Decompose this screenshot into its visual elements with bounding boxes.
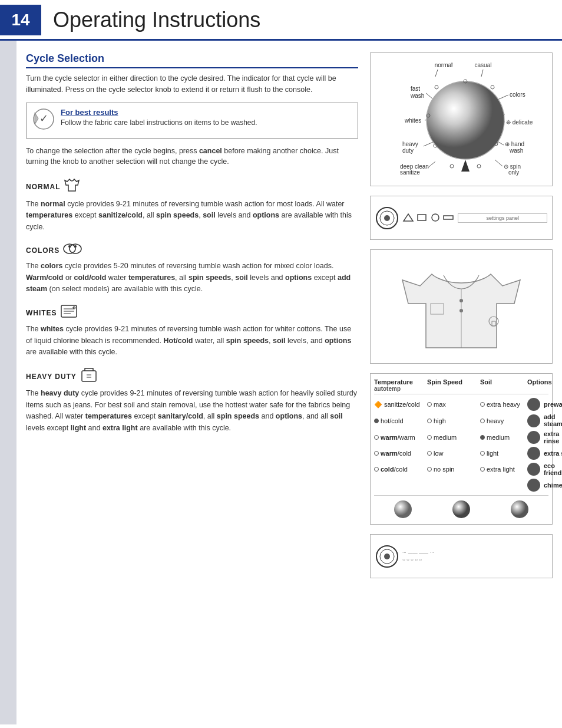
radio-warm-cold bbox=[374, 451, 379, 456]
extra-spin-btn bbox=[527, 447, 540, 460]
svg-text:wash: wash bbox=[509, 147, 523, 154]
svg-point-5 bbox=[68, 245, 71, 248]
washer-mini-icon-1 bbox=[375, 206, 399, 230]
symbol-rect bbox=[442, 213, 454, 222]
right-column: normal ↑ casual fast wash colors whites bbox=[370, 52, 553, 713]
cycle-text-whites: The whites cycle provides 9-21 minutes o… bbox=[26, 324, 358, 358]
content-wrapper: Cycle Selection Turn the cycle selector … bbox=[0, 41, 562, 724]
svg-text:⊕ hand: ⊕ hand bbox=[505, 141, 524, 147]
change-text: To change the selection after the cycle … bbox=[26, 146, 358, 168]
radio-low bbox=[427, 451, 432, 456]
symbol-circle bbox=[429, 213, 441, 222]
cycle-label-normal: NORMAL bbox=[26, 183, 60, 191]
washer-mini-icon-2 bbox=[375, 545, 399, 568]
intro-text: Turn the cycle selector in either direct… bbox=[26, 73, 358, 95]
cycle-icon-colors bbox=[63, 242, 82, 258]
svg-text:fast: fast bbox=[411, 85, 420, 92]
main-content: Cycle Selection Turn the cycle selector … bbox=[16, 41, 562, 724]
radio-max bbox=[427, 402, 432, 407]
page-number: 14 bbox=[0, 5, 41, 35]
cycle-text-heavy-duty: The heavy duty cycle provides 9-21 minut… bbox=[26, 388, 358, 434]
svg-point-56 bbox=[384, 554, 390, 559]
col-spin: Spin Speed bbox=[427, 378, 480, 392]
cycle-label-whites: WHITES bbox=[26, 309, 57, 317]
cycle-icon-normal bbox=[64, 177, 80, 196]
shirt-svg bbox=[391, 256, 532, 357]
svg-text:casual: casual bbox=[475, 62, 492, 68]
cycle-section-colors: COLORS The colors cycle provides 5-20 mi… bbox=[26, 242, 358, 295]
best-results-text: Follow the fabric care label instruction… bbox=[61, 118, 257, 127]
svg-text:normal: normal bbox=[435, 62, 453, 68]
svg-point-53 bbox=[511, 500, 528, 518]
extra-rinse-btn bbox=[527, 431, 540, 444]
radio-extra-heavy bbox=[480, 402, 485, 407]
chime-btn bbox=[527, 479, 540, 492]
prewash-btn bbox=[527, 398, 540, 411]
svg-point-36 bbox=[435, 85, 438, 89]
svg-point-52 bbox=[452, 500, 470, 518]
svg-rect-42 bbox=[418, 215, 426, 220]
symbol-square bbox=[416, 213, 428, 222]
svg-text:✓: ✓ bbox=[39, 113, 48, 124]
best-results-icon: ✓ bbox=[32, 108, 55, 133]
cycle-section-normal: NORMAL The normal cycle provides 9-21 mi… bbox=[26, 177, 358, 233]
radio-warm-warm bbox=[374, 435, 379, 440]
svg-text:whites: whites bbox=[404, 117, 421, 124]
svg-point-6 bbox=[74, 245, 77, 248]
svg-marker-37 bbox=[461, 160, 470, 172]
cycle-heading-normal: NORMAL bbox=[26, 177, 358, 196]
radio-medium-soil bbox=[480, 435, 485, 440]
svg-point-33 bbox=[450, 164, 454, 168]
svg-text:sanitize: sanitize bbox=[400, 169, 420, 176]
svg-text:+: + bbox=[72, 305, 75, 310]
svg-text:heavy: heavy bbox=[402, 141, 418, 147]
page-title: Operating Instructions bbox=[41, 8, 260, 32]
eco-friendly-btn bbox=[527, 463, 540, 476]
svg-point-51 bbox=[394, 500, 412, 518]
dial-diagram-box: normal ↑ casual fast wash colors whites bbox=[370, 52, 553, 186]
svg-text:only: only bbox=[508, 169, 519, 176]
left-column: Cycle Selection Turn the cycle selector … bbox=[26, 52, 358, 713]
cycle-icon-heavy-duty bbox=[80, 367, 98, 386]
cycle-section-heavy-duty: HEAVY DUTY The heavy duty cycle provides… bbox=[26, 367, 358, 434]
symbol-triangle bbox=[402, 213, 414, 222]
cycle-label-colors: COLORS bbox=[26, 246, 59, 255]
svg-text:wash: wash bbox=[410, 93, 424, 99]
cycle-icon-whites: + bbox=[60, 304, 78, 321]
col-options: Options bbox=[527, 378, 562, 392]
washer-panel-2: ··· —— —— ··· ○ ○ ○ ○ ○ bbox=[370, 534, 553, 578]
shirt-diagram bbox=[374, 253, 548, 360]
radio-light bbox=[480, 451, 485, 456]
radio-medium bbox=[427, 435, 432, 440]
shirt-diagram-box bbox=[370, 249, 553, 364]
col-temp: Temperature autotemp bbox=[374, 378, 427, 392]
radio-hot-cold bbox=[374, 419, 379, 423]
ball-icon-1 bbox=[393, 499, 413, 519]
radio-high bbox=[427, 419, 432, 423]
svg-point-32 bbox=[477, 164, 481, 168]
cycle-heading-colors: COLORS bbox=[26, 242, 358, 258]
svg-point-43 bbox=[432, 214, 439, 221]
svg-point-27 bbox=[427, 81, 504, 159]
svg-text:colors: colors bbox=[510, 91, 525, 98]
radio-no-spin bbox=[427, 467, 432, 472]
col-soil: Soil bbox=[480, 378, 527, 392]
page-header: 14 Operating Instructions bbox=[0, 0, 562, 41]
settings-row-3: warm/warm medium medium extra rinse bbox=[374, 429, 548, 446]
ball-icon-3 bbox=[510, 499, 530, 519]
settings-table-header: Temperature autotemp Spin Speed Soil Opt… bbox=[374, 378, 548, 394]
settings-row-5: cold/cold no spin extra light eco friend… bbox=[374, 461, 548, 477]
best-results-content: For best results Follow the fabric care … bbox=[61, 108, 257, 127]
settings-row-6: chime bbox=[374, 477, 548, 493]
section-heading: Cycle Selection bbox=[26, 52, 358, 68]
best-results-title: For best results bbox=[61, 108, 257, 117]
svg-text:duty: duty bbox=[402, 147, 414, 154]
svg-rect-10 bbox=[82, 371, 96, 381]
cycle-text-colors: The colors cycle provides 5-20 minutes o… bbox=[26, 261, 358, 295]
settings-row-1: 🔶 sanitize/cold max extra heavy prewash bbox=[374, 397, 548, 412]
svg-text:❊ delicate: ❊ delicate bbox=[506, 119, 533, 126]
add-steam-btn bbox=[527, 414, 540, 427]
settings-row-2: hot/cold high heavy add steam ⊕ bbox=[374, 412, 548, 429]
cycle-heading-heavy-duty: HEAVY DUTY bbox=[26, 367, 358, 386]
settings-table-box: Temperature autotemp Spin Speed Soil Opt… bbox=[370, 373, 553, 525]
